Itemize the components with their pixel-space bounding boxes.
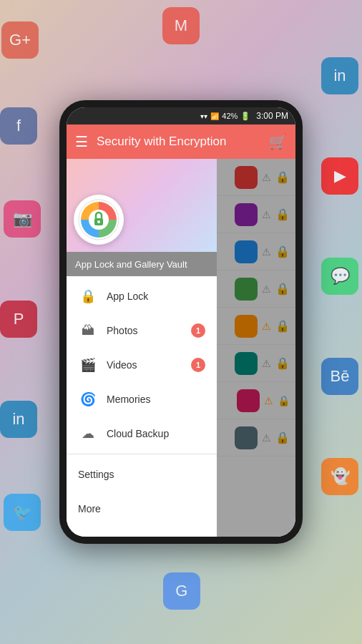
drawer-item-label-photos: Photos bbox=[107, 325, 191, 336]
logo-svg bbox=[77, 198, 120, 241]
drawer-item-label-videos: Videos bbox=[107, 359, 191, 371]
signal-icon: 📶 bbox=[210, 112, 219, 120]
drawer-item-photos[interactable]: 🏔 Photos 1 bbox=[67, 313, 217, 348]
drawer-item-app-lock[interactable]: 🔒 App Lock bbox=[67, 279, 217, 313]
drawer-divider bbox=[67, 454, 217, 454]
phone-screen: ▾▾ 📶 42% 🔋 3:00 PM ☰ Security with Encry… bbox=[67, 107, 295, 537]
memories-icon: 🌀 bbox=[78, 391, 98, 407]
drawer-item-label-app-lock: App Lock bbox=[107, 291, 205, 302]
cloud-backup-icon: ☁ bbox=[78, 426, 98, 441]
wifi-icon: ▾▾ bbox=[200, 112, 207, 120]
bg-icon-google: G+ bbox=[1, 21, 39, 59]
drawer-subtitle-text: App Lock and Gallery Vault bbox=[75, 259, 187, 270]
battery-percentage: 42% bbox=[222, 112, 238, 120]
drawer-item-label-more: More bbox=[78, 503, 205, 514]
app-lock-icon: 🔒 bbox=[78, 288, 98, 304]
status-time: 3:00 PM bbox=[256, 111, 288, 121]
drawer-item-memories[interactable]: 🌀 Memories bbox=[67, 382, 217, 416]
bg-icon-in: in bbox=[0, 401, 37, 438]
drawer-item-label-settings: Settings bbox=[78, 469, 205, 480]
drawer-item-more[interactable]: More bbox=[67, 492, 217, 526]
bg-icon-pin: P bbox=[0, 301, 37, 338]
photos-badge: 1 bbox=[191, 323, 205, 338]
drawer-item-label-memories: Memories bbox=[107, 394, 205, 405]
drawer-header bbox=[67, 159, 217, 252]
app-bar-title: Security with Encryption bbox=[97, 135, 269, 149]
bg-icon-yt: ▶ bbox=[321, 157, 358, 195]
drawer-item-videos[interactable]: 🎬 Videos 1 bbox=[67, 348, 217, 382]
drawer-subtitle-bar: App Lock and Gallery Vault bbox=[67, 252, 217, 276]
bg-icon-goog: G bbox=[163, 572, 200, 610]
videos-icon: 🎬 bbox=[78, 357, 98, 373]
drawer-overlay[interactable] bbox=[217, 159, 295, 537]
bg-icon-fb: f bbox=[0, 107, 37, 145]
svg-point-3 bbox=[97, 220, 100, 223]
drawer-items-list: 🔒 App Lock 🏔 Photos 1 🎬 Videos 1 bbox=[67, 276, 217, 537]
photos-icon: 🏔 bbox=[78, 323, 98, 338]
bg-icon-snap: 👻 bbox=[321, 458, 358, 495]
hamburger-menu-button[interactable]: ☰ bbox=[75, 133, 88, 150]
drawer-item-cloud-backup[interactable]: ☁ Cloud Backup bbox=[67, 416, 217, 451]
bg-icon-ig: 📷 bbox=[4, 200, 41, 238]
navigation-drawer: App Lock and Gallery Vault 🔒 App Lock 🏔 … bbox=[67, 159, 217, 537]
battery-icon: 🔋 bbox=[240, 112, 250, 121]
bg-icon-gmail: M bbox=[162, 7, 200, 44]
videos-badge: 1 bbox=[191, 358, 205, 372]
drawer-item-label-cloud-backup: Cloud Backup bbox=[107, 428, 205, 439]
app-bar: ☰ Security with Encryption 🛒 bbox=[67, 125, 295, 159]
cart-icon[interactable]: 🛒 bbox=[269, 133, 287, 150]
drawer-item-settings[interactable]: Settings bbox=[67, 457, 217, 492]
status-bar-right: ▾▾ 📶 42% 🔋 3:00 PM bbox=[200, 111, 288, 121]
status-bar: ▾▾ 📶 42% 🔋 3:00 PM bbox=[67, 107, 295, 125]
bg-icon-tw: 🐦 bbox=[4, 494, 41, 531]
drawer-logo bbox=[74, 195, 124, 245]
bg-icon-li: in bbox=[321, 57, 358, 94]
bg-icon-wa: 💬 bbox=[321, 258, 358, 295]
bg-icon-be: Bē bbox=[321, 358, 358, 395]
main-content: ⚠ 🔒 ⚠ 🔒 ⚠ 🔒 ⚠ 🔒 bbox=[67, 159, 295, 537]
phone-frame: ▾▾ 📶 42% 🔋 3:00 PM ☰ Security with Encry… bbox=[59, 100, 303, 544]
